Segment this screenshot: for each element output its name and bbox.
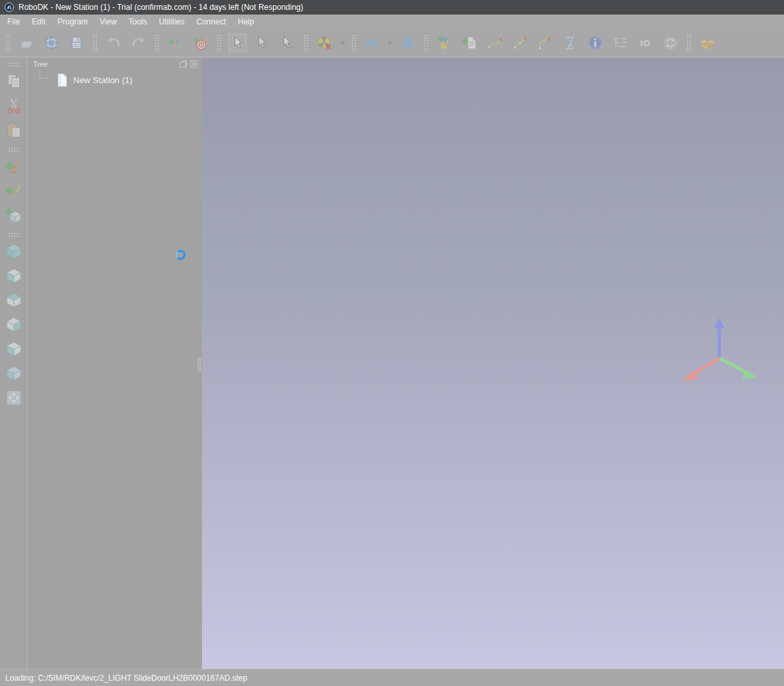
status-loading-text: Loading: C:/SIM/RDK/levc/2_LIGHT SlideDo… bbox=[5, 673, 247, 683]
update-sync-icon[interactable] bbox=[662, 34, 679, 51]
title-bar: RoboDK - New Station (1) - Trial (confir… bbox=[0, 0, 784, 15]
add-shape-icon[interactable] bbox=[5, 206, 22, 224]
fit-all-icon[interactable] bbox=[5, 389, 22, 406]
fast-simulation-icon[interactable] bbox=[364, 34, 381, 51]
tree-panel-header: Tree bbox=[28, 57, 202, 69]
tree-panel-title: Tree bbox=[33, 60, 48, 68]
close-panel-icon[interactable] bbox=[190, 60, 198, 68]
add-machining-project-icon[interactable] bbox=[537, 34, 554, 51]
toolbar-grip[interactable] bbox=[304, 34, 309, 51]
viewport-3d[interactable] bbox=[202, 57, 784, 669]
add-target-icon[interactable] bbox=[192, 34, 209, 51]
add-curve-follow-project-icon[interactable] bbox=[486, 34, 504, 51]
robodk-logo-icon bbox=[5, 3, 14, 12]
toolbar-grip[interactable] bbox=[154, 34, 160, 51]
menu-view[interactable]: View bbox=[94, 15, 123, 28]
select-cursor-icon[interactable] bbox=[229, 34, 246, 51]
tree-item-label: New Station (1) bbox=[73, 75, 133, 85]
menu-connect[interactable]: Connect bbox=[191, 15, 232, 28]
cut-icon[interactable] bbox=[5, 97, 22, 114]
simulation-events-hourglass-icon[interactable] bbox=[562, 34, 579, 51]
open-online-library-globe-icon[interactable] bbox=[43, 34, 60, 51]
io-label: IO bbox=[640, 38, 651, 48]
status-bar: Loading: C:/SIM/RDK/levc/2_LIGHT SlideDo… bbox=[0, 669, 784, 686]
loading-spinner-icon bbox=[176, 250, 185, 260]
view-side-icon[interactable] bbox=[5, 316, 22, 333]
move-reference-cursor-icon[interactable] bbox=[254, 34, 271, 51]
view-isometric-icon[interactable] bbox=[5, 243, 22, 260]
tree-panel: Tree New Station (1) bbox=[28, 57, 202, 669]
main-area: Tree New Station (1) bbox=[0, 57, 784, 669]
move-robot-cursor-icon[interactable] bbox=[279, 34, 296, 51]
check-collisions-dropdown-icon[interactable] bbox=[340, 42, 345, 45]
station-info-icon[interactable] bbox=[587, 34, 604, 51]
redo-icon[interactable] bbox=[130, 34, 147, 51]
add-point-follow-project-icon[interactable] bbox=[511, 34, 529, 51]
window-title: RoboDK - New Station (1) - Trial (confir… bbox=[18, 3, 304, 12]
tree-branch-guide bbox=[40, 69, 49, 78]
toolbar-grip[interactable] bbox=[216, 34, 222, 51]
float-panel-icon[interactable] bbox=[180, 60, 187, 68]
xyz-axes-triad-icon bbox=[672, 317, 771, 393]
left-toolbar-grip[interactable] bbox=[8, 62, 20, 67]
view-back-icon[interactable] bbox=[5, 340, 22, 358]
view-top-icon[interactable] bbox=[5, 292, 22, 309]
left-toolbar bbox=[0, 57, 28, 669]
menu-tools[interactable]: Tools bbox=[123, 15, 153, 28]
toolbar-grip[interactable] bbox=[5, 34, 11, 51]
copy-icon[interactable] bbox=[5, 73, 22, 90]
menu-edit[interactable]: Edit bbox=[26, 15, 51, 28]
add-tool-icon[interactable] bbox=[5, 182, 22, 199]
view-front-icon[interactable] bbox=[5, 267, 22, 284]
toolbar-grip[interactable] bbox=[92, 34, 98, 51]
pause-simulation-icon[interactable] bbox=[399, 34, 416, 51]
paste-icon[interactable] bbox=[5, 121, 22, 139]
view-bottom-icon[interactable] bbox=[5, 365, 22, 382]
main-toolbar: IO bbox=[0, 29, 784, 57]
toolbar-grip[interactable] bbox=[424, 34, 429, 51]
plugins-box-icon[interactable] bbox=[699, 34, 716, 51]
menu-program[interactable]: Program bbox=[51, 15, 94, 28]
toolbar-grip[interactable] bbox=[686, 34, 692, 51]
menu-help[interactable]: Help bbox=[232, 15, 260, 28]
add-program-icon[interactable] bbox=[461, 34, 478, 51]
menu-file[interactable]: File bbox=[1, 15, 26, 28]
undo-icon[interactable] bbox=[105, 34, 122, 51]
menu-utilities[interactable]: Utilities bbox=[153, 15, 191, 28]
station-io-icon[interactable]: IO bbox=[637, 34, 654, 51]
panel-splitter-handle[interactable] bbox=[197, 358, 201, 372]
left-toolbar-grip[interactable] bbox=[8, 232, 20, 237]
add-python-program-icon[interactable] bbox=[436, 34, 453, 51]
open-file-icon[interactable] bbox=[18, 34, 35, 51]
check-collisions-icon[interactable] bbox=[316, 34, 333, 51]
fast-simulation-dropdown-icon[interactable] bbox=[387, 42, 393, 45]
tree-item-new-station[interactable]: New Station (1) bbox=[57, 73, 202, 87]
toolbar-grip[interactable] bbox=[351, 34, 356, 51]
add-robot-icon[interactable] bbox=[5, 158, 22, 175]
add-reference-frame-icon[interactable] bbox=[167, 34, 184, 51]
save-station-icon[interactable] bbox=[68, 34, 85, 51]
menu-bar: File Edit Program View Tools Utilities C… bbox=[0, 15, 784, 29]
station-parameters-icon[interactable] bbox=[612, 34, 629, 51]
station-icon bbox=[57, 73, 68, 87]
left-toolbar-grip[interactable] bbox=[8, 147, 20, 152]
